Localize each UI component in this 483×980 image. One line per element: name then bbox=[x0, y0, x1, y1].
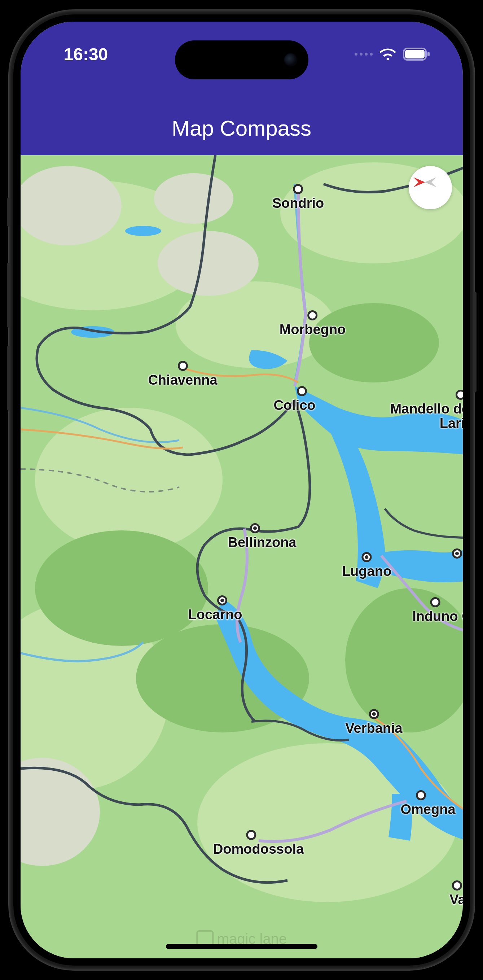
svg-rect-2 bbox=[427, 52, 430, 56]
battery-icon bbox=[403, 48, 431, 60]
recording-indicator-dots bbox=[354, 52, 373, 56]
svg-rect-1 bbox=[405, 50, 424, 59]
status-time: 16:30 bbox=[64, 45, 108, 64]
wifi-icon bbox=[379, 48, 396, 60]
front-camera bbox=[284, 53, 297, 67]
dynamic-island bbox=[175, 40, 308, 80]
silence-switch bbox=[7, 198, 11, 227]
svg-point-6 bbox=[35, 408, 222, 552]
svg-point-11 bbox=[157, 231, 259, 296]
map-view[interactable]: SondrioMorbegnoChiavennaColicoMandello d… bbox=[21, 155, 463, 958]
phone-frame: 16:30 Map Compass bbox=[9, 10, 474, 970]
svg-point-17 bbox=[35, 530, 208, 646]
volume-down-button bbox=[7, 346, 11, 410]
volume-up-button bbox=[7, 262, 11, 328]
compass-button[interactable] bbox=[409, 166, 452, 209]
power-button bbox=[473, 291, 477, 393]
phone-bezel: 16:30 Map Compass bbox=[13, 14, 470, 966]
svg-point-13 bbox=[154, 173, 234, 224]
app-title: Map Compass bbox=[172, 116, 311, 141]
svg-point-14 bbox=[309, 303, 439, 382]
compass-icon bbox=[409, 166, 441, 199]
svg-point-19 bbox=[125, 226, 161, 236]
screen: 16:30 Map Compass bbox=[21, 22, 463, 958]
map-canvas bbox=[21, 155, 463, 958]
home-indicator[interactable] bbox=[166, 944, 318, 949]
